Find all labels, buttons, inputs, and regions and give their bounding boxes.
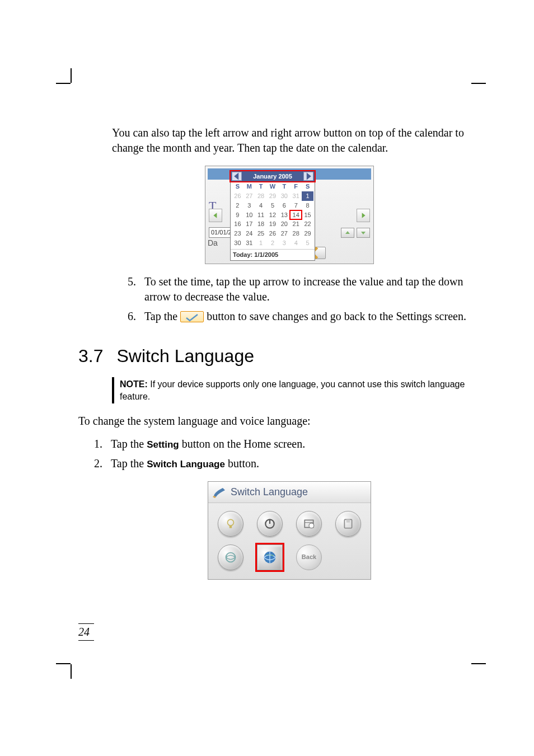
step-b2-bold: Switch Language: [147, 459, 225, 469]
calendar-dow: F: [290, 182, 302, 191]
calendar-day[interactable]: 3: [278, 238, 290, 248]
step-5-text: To set the time, tap the up arrow to inc…: [144, 275, 463, 303]
step-6-text-b: button to save changes and go back to th…: [204, 310, 466, 322]
calendar-day[interactable]: 20: [278, 219, 290, 229]
calendar-day[interactable]: 3: [243, 201, 255, 210]
page-number: 24: [78, 623, 94, 641]
calendar-day[interactable]: 14: [290, 210, 302, 220]
calendar-day[interactable]: 30: [278, 191, 290, 201]
crop-mark: [56, 663, 71, 664]
calendar-day[interactable]: 5: [302, 238, 313, 248]
calendar-day[interactable]: 31: [290, 191, 302, 201]
prev-page-button[interactable]: [209, 209, 222, 222]
calendar-day[interactable]: 26: [267, 229, 279, 238]
calendar-day[interactable]: 8: [302, 201, 313, 210]
calendar-day[interactable]: 27: [243, 191, 255, 201]
gps-button[interactable]: [218, 544, 243, 570]
power-button[interactable]: [257, 511, 283, 537]
step-b1-b: button on the Home screen.: [179, 438, 306, 450]
calendar-widget: T Da January 2005: [205, 166, 374, 264]
back-button[interactable]: Back: [296, 544, 322, 570]
steps-list-a: To set the time, tap the up arrow to inc…: [112, 274, 467, 324]
calendar-day[interactable]: 26: [232, 191, 243, 201]
calendar-title: January 2005: [253, 172, 292, 181]
calendar-day[interactable]: 6: [278, 201, 290, 210]
intro-paragraph: You can also tap the left arrow and righ…: [112, 125, 467, 156]
disk-button[interactable]: [335, 511, 361, 537]
calendar-dow: M: [243, 182, 255, 191]
calendar-day[interactable]: 9: [232, 210, 243, 220]
svg-marker-2: [234, 173, 238, 180]
next-page-button[interactable]: [357, 209, 370, 222]
calendar-day[interactable]: 4: [290, 238, 302, 248]
calendar-clock-icon: [303, 518, 315, 530]
calendar-day[interactable]: 5: [267, 201, 279, 210]
calendar-day[interactable]: 24: [243, 229, 255, 238]
calendar-day[interactable]: 30: [232, 238, 243, 248]
calendar-day[interactable]: 17: [243, 219, 255, 229]
svg-marker-0: [213, 213, 217, 218]
svg-point-7: [228, 519, 234, 525]
crop-mark: [471, 663, 486, 664]
crop-mark: [56, 83, 71, 84]
svg-marker-1: [362, 213, 366, 218]
time-up-button[interactable]: [341, 228, 354, 238]
calendar-day[interactable]: 29: [302, 229, 313, 238]
calendar-day[interactable]: 22: [302, 219, 313, 229]
calendar-day[interactable]: 12: [267, 210, 279, 220]
svg-point-13: [309, 523, 314, 528]
section-heading: 3.7Switch Language: [78, 344, 467, 368]
datetime-button[interactable]: [296, 511, 322, 537]
svg-marker-5: [345, 231, 350, 234]
disk-icon: [342, 518, 354, 530]
calendar-header: January 2005: [229, 170, 316, 182]
calendar-day[interactable]: 1: [255, 238, 267, 248]
calendar-grid: SMTWTFS262728293031123456789101112131415…: [231, 181, 315, 249]
para-change-language: To change the system language and voice …: [78, 414, 467, 429]
calendar-day[interactable]: 23: [232, 229, 243, 238]
crop-mark: [471, 83, 486, 84]
calendar-day[interactable]: 15: [302, 210, 313, 220]
prev-month-button[interactable]: [232, 172, 242, 181]
step-b2: Tap the Switch Language button.: [105, 456, 467, 471]
step-6-text-a: Tap the: [144, 310, 180, 322]
calendar-day[interactable]: 25: [255, 229, 267, 238]
calendar-day[interactable]: 31: [243, 238, 255, 248]
calendar-day[interactable]: 27: [278, 229, 290, 238]
calendar-figure: T Da January 2005: [112, 166, 467, 264]
next-month-button[interactable]: [303, 172, 313, 181]
calendar-day[interactable]: 19: [267, 219, 279, 229]
calendar-day[interactable]: 7: [290, 201, 302, 210]
calendar-day[interactable]: 28: [255, 191, 267, 201]
calendar-today-label[interactable]: Today: 1/1/2005: [231, 249, 315, 260]
calendar-day[interactable]: 29: [267, 191, 279, 201]
language-button[interactable]: [257, 544, 283, 570]
time-down-button[interactable]: [357, 228, 370, 238]
switch-language-titlebar: Switch Language: [208, 482, 371, 503]
step-5: To set the time, tap the up arrow to inc…: [139, 274, 467, 304]
note-label: NOTE:: [120, 379, 148, 389]
content: You can also tap the left arrow and righ…: [112, 125, 467, 601]
brightness-button[interactable]: [218, 511, 243, 537]
calendar-day[interactable]: 18: [255, 219, 267, 229]
switch-language-panel: Switch Language: [208, 481, 371, 579]
calendar-day[interactable]: 4: [255, 201, 267, 210]
step-b1: Tap the Setting button on the Home scree…: [105, 436, 467, 452]
calendar-day[interactable]: 16: [232, 219, 243, 229]
calendar-day[interactable]: 2: [267, 238, 279, 248]
calendar-dow: T: [255, 182, 267, 191]
calendar-day[interactable]: 1: [302, 191, 313, 201]
calendar-day[interactable]: 28: [290, 229, 302, 238]
svg-point-16: [226, 552, 236, 562]
calendar-day[interactable]: 21: [290, 219, 302, 229]
note-block: NOTE: If your device supports only one l…: [112, 377, 467, 403]
crop-mark: [71, 68, 72, 83]
section-number: 3.7: [78, 346, 103, 366]
switch-language-figure: Switch Language: [112, 481, 467, 579]
calendar-day[interactable]: 2: [232, 201, 243, 210]
calendar-day[interactable]: 10: [243, 210, 255, 220]
step-b2-a: Tap the: [111, 457, 147, 469]
calendar-day[interactable]: 11: [255, 210, 267, 220]
brush-icon: [213, 487, 227, 498]
calendar-day[interactable]: 13: [278, 210, 290, 220]
